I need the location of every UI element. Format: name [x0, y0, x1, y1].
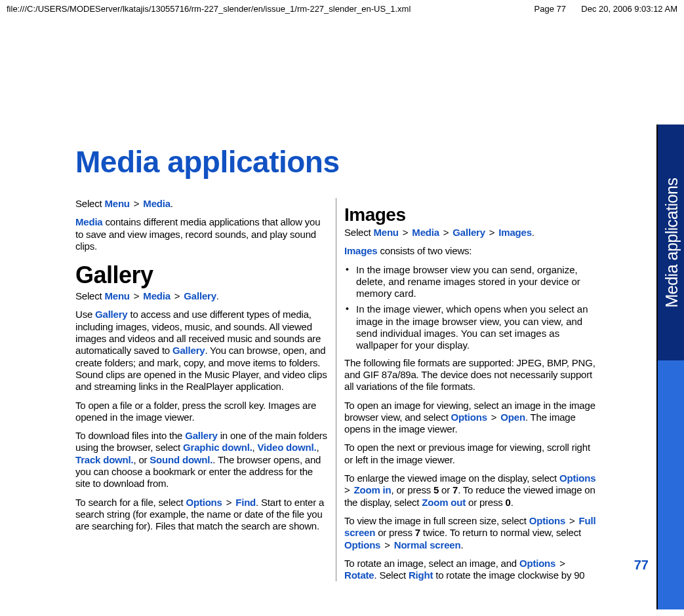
header-page: Page 77: [534, 4, 566, 14]
text: Select: [344, 227, 373, 238]
text: Select: [75, 290, 104, 301]
open-image-paragraph: To open an image for viewing, select an …: [344, 400, 597, 436]
sound-downl: Sound downl.: [150, 454, 212, 465]
options-keyword: Options: [519, 558, 555, 569]
key-7: 7: [453, 484, 458, 495]
side-tab-light: [656, 360, 684, 609]
separator: >: [555, 558, 567, 569]
text: Select: [75, 198, 104, 209]
intro-select-line: Select Menu > Media.: [75, 198, 329, 210]
media-keyword: Media: [75, 216, 103, 227]
normal-screen-keyword: Normal screen: [394, 539, 461, 550]
text: To search for a file, select: [75, 497, 186, 508]
gallery-keyword: Gallery: [185, 430, 217, 441]
gallery-select-line: Select Menu > Media > Gallery.: [75, 290, 329, 302]
text: Use: [75, 309, 95, 320]
right-keyword: Right: [409, 569, 433, 581]
rotate-keyword: Rotate: [344, 569, 374, 581]
separator: >: [171, 290, 184, 301]
text: To rotate an image, select an image, and: [344, 558, 519, 569]
rotate-paragraph: To rotate an image, select an image, and…: [344, 558, 597, 582]
options-keyword: Options: [344, 539, 380, 550]
list-item: In the image browser view you can send, …: [344, 264, 597, 300]
text: twice. To return to normal view, select: [420, 527, 581, 538]
column-right: Images Select Menu > Media > Gallery > I…: [336, 198, 597, 581]
side-tab: Media applications: [656, 125, 684, 609]
page-title: Media applications: [75, 144, 600, 180]
text: contains different media applications th…: [75, 216, 320, 252]
zoom-out-keyword: Zoom out: [422, 497, 466, 508]
columns: Select Menu > Media. Media contains diff…: [75, 198, 600, 581]
nav-media: Media: [143, 198, 171, 209]
graphic-downl: Graphic downl.: [183, 442, 252, 453]
key-5: 5: [433, 484, 439, 495]
separator: >: [487, 412, 501, 423]
open-keyword: Open: [500, 412, 525, 423]
zoom-paragraph: To enlarge the viewed image on the displ…: [344, 472, 597, 509]
zoom-in-keyword: Zoom in: [354, 484, 392, 495]
next-image-paragraph: To open the next or previous image for v…: [344, 442, 597, 466]
nav-menu: Menu: [104, 198, 129, 209]
separator: >: [565, 515, 579, 526]
formats-paragraph: The following file formats are supported…: [344, 357, 597, 393]
text: ,: [252, 442, 258, 453]
nav-menu: Menu: [104, 290, 129, 301]
intro-paragraph: Media contains different media applicati…: [75, 216, 329, 252]
text: . Select: [374, 569, 408, 581]
nav-gallery: Gallery: [453, 227, 485, 238]
options-keyword: Options: [186, 497, 222, 508]
images-consists: Images consists of two views:: [344, 245, 597, 257]
find-keyword: Find: [235, 497, 256, 508]
separator: >: [130, 290, 144, 301]
text: .: [460, 539, 463, 550]
gallery-use-paragraph: Use Gallery to access and use different …: [75, 309, 329, 393]
gallery-keyword: Gallery: [172, 345, 205, 356]
content-area: Media applications Select Menu > Media. …: [75, 144, 600, 583]
images-keyword: Images: [344, 245, 378, 256]
text: , or: [133, 454, 150, 465]
video-downl: Video downl.: [258, 442, 317, 453]
side-tab-label: Media applications: [662, 178, 681, 307]
options-keyword: Options: [529, 515, 565, 526]
separator: >: [130, 198, 144, 209]
page-number: 77: [634, 558, 649, 573]
text: or press: [375, 527, 415, 538]
images-heading: Images: [344, 204, 597, 225]
text: To download files into the: [75, 430, 185, 441]
text: To enlarge the viewed image on the displ…: [344, 472, 559, 484]
separator: >: [380, 539, 394, 550]
list-item: In the image viewer, which opens when yo…: [344, 303, 597, 351]
gallery-download-paragraph: To download files into the Gallery in on…: [75, 430, 329, 490]
text: to rotate the image clockwise by 90: [433, 569, 584, 581]
gallery-open-paragraph: To open a file or a folder, press the sc…: [75, 400, 329, 424]
separator: >: [439, 227, 453, 238]
fullscreen-paragraph: To view the image in full screen size, s…: [344, 515, 597, 551]
nav-menu: Menu: [373, 227, 398, 238]
separator: >: [222, 497, 236, 508]
images-select-line: Select Menu > Media > Gallery > Images.: [344, 227, 597, 239]
nav-images: Images: [498, 227, 532, 238]
key-7: 7: [415, 527, 420, 538]
text: or press: [466, 497, 506, 508]
nav-media: Media: [412, 227, 439, 238]
gallery-keyword: Gallery: [95, 309, 127, 320]
text: To view the image in full screen size, s…: [344, 515, 529, 526]
key-0: 0: [506, 497, 511, 508]
images-bullet-list: In the image browser view you can send, …: [344, 264, 597, 352]
separator: >: [399, 227, 412, 238]
separator: >: [485, 227, 499, 238]
track-downl: Track downl.: [75, 454, 133, 465]
nav-media: Media: [143, 290, 171, 301]
side-tab-label-wrap: Media applications: [658, 138, 684, 347]
text: .: [511, 497, 513, 508]
options-keyword: Options: [451, 412, 487, 423]
header-filepath: file:///C:/USERS/MODEServer/lkatajis/130…: [7, 4, 411, 14]
nav-gallery: Gallery: [184, 290, 216, 301]
gallery-heading: Gallery: [75, 261, 329, 289]
text: , or press: [391, 484, 433, 495]
text: ,: [316, 442, 319, 453]
text: or: [439, 484, 453, 495]
side-tab-dark: Media applications: [656, 125, 684, 360]
gallery-search-paragraph: To search for a file, select Options > F…: [75, 497, 329, 533]
column-left: Select Menu > Media. Media contains diff…: [75, 198, 336, 581]
